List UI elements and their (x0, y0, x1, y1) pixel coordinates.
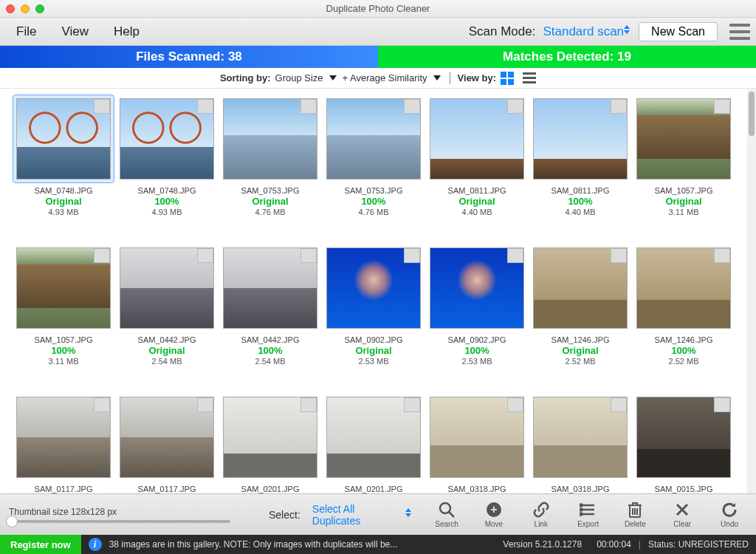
elapsed-time: 00:00:04 (597, 539, 631, 550)
thumbnail-checkbox[interactable] (94, 248, 110, 263)
thumbnail-image[interactable] (223, 98, 317, 179)
thumbnail-checkbox[interactable] (714, 99, 730, 114)
thumbnail-card[interactable]: SAM_0748.JPGOriginal4.93 MB (13, 95, 114, 241)
undo-button[interactable]: Undo (712, 501, 747, 528)
thumbnail-checkbox[interactable] (714, 248, 730, 263)
thumbnail-card[interactable]: SAM_1057.JPGOriginal3.11 MB (633, 95, 735, 241)
thumbnail-image[interactable] (16, 247, 111, 329)
thumbnail-image[interactable] (223, 247, 317, 329)
thumbnail-card[interactable]: SAM_0753.JPG100%4.76 MB (323, 95, 425, 241)
thumbnail-checkbox[interactable] (300, 99, 317, 114)
thumbnail-card[interactable]: SAM_0902.JPG100%2.53 MB (426, 244, 528, 390)
thumbnail-checkbox[interactable] (197, 248, 213, 263)
hamburger-icon[interactable] (729, 24, 750, 40)
scrollbar[interactable] (747, 89, 756, 493)
thumbnail-checkbox[interactable] (300, 397, 317, 412)
register-now-button[interactable]: Register now (0, 535, 81, 554)
thumbnail-card[interactable]: SAM_0117.JPG (116, 393, 218, 493)
thumbnail-size-slider[interactable] (9, 520, 230, 523)
thumbnail-card[interactable]: SAM_0753.JPGOriginal4.76 MB (219, 95, 321, 241)
thumbnail-card[interactable]: SAM_0117.JPG (13, 393, 114, 493)
matches-detected-label: Matches Detected: 19 (378, 46, 756, 68)
thumbnail-status: 100% (361, 196, 385, 207)
sort-avg-similarity[interactable]: + Average Similarity (343, 72, 427, 83)
thumbnail-image[interactable] (120, 98, 214, 179)
thumbnail-filename: SAM_0201.JPG (241, 485, 300, 493)
thumbnail-checkbox[interactable] (611, 248, 627, 263)
thumbnail-image[interactable] (326, 98, 421, 179)
thumbnail-card[interactable]: SAM_1057.JPG100%3.11 MB (13, 244, 114, 390)
thumbnail-checkbox[interactable] (197, 99, 213, 114)
thumbnail-checkbox[interactable] (507, 397, 523, 412)
thumbnail-image[interactable] (16, 98, 111, 179)
sort-group-size[interactable]: Group Size (275, 72, 323, 83)
thumbnail-checkbox[interactable] (404, 248, 420, 263)
thumbnail-card[interactable]: SAM_0318.JPG (529, 393, 631, 493)
thumbnail-filename: SAM_0117.JPG (138, 485, 196, 493)
thumbnail-image[interactable] (430, 397, 524, 478)
thumbnail-card[interactable]: SAM_0811.JPGOriginal4.40 MB (426, 95, 528, 241)
thumbnail-card[interactable]: SAM_0015.JPG (633, 393, 735, 493)
menu-file[interactable]: File (6, 21, 47, 42)
thumbnail-image[interactable] (533, 397, 628, 478)
menu-help[interactable]: Help (103, 21, 150, 42)
thumbnail-card[interactable]: SAM_0201.JPG (219, 393, 321, 493)
select-duplicates-dropdown[interactable]: Select All Duplicates (312, 503, 408, 527)
thumbnail-card[interactable]: SAM_0902.JPGOriginal2.53 MB (323, 244, 425, 390)
thumbnail-checkbox[interactable] (507, 99, 523, 114)
thumbnail-image[interactable] (120, 397, 214, 478)
svg-point-7 (580, 505, 582, 507)
thumbnail-image[interactable] (636, 98, 731, 179)
thumbnail-card[interactable]: SAM_1246.JPG100%2.52 MB (633, 244, 735, 390)
sort-avg-dropdown-icon[interactable] (433, 75, 441, 81)
thumbnail-image[interactable] (430, 247, 524, 329)
view-grid-icon[interactable] (501, 72, 514, 85)
thumbnail-checkbox[interactable] (94, 397, 110, 412)
thumbnail-card[interactable]: SAM_0811.JPG100%4.40 MB (529, 95, 631, 241)
thumbnail-card[interactable]: SAM_0201.JPG (323, 393, 425, 493)
link-button[interactable]: Link (523, 501, 559, 528)
export-button[interactable]: Export (571, 501, 606, 528)
thumbnail-image[interactable] (430, 98, 524, 179)
move-button[interactable]: + Move (476, 501, 512, 528)
thumbnail-card[interactable]: SAM_0442.JPGOriginal2.54 MB (116, 244, 218, 390)
thumbnail-card[interactable]: SAM_1246.JPGOriginal2.52 MB (529, 244, 631, 390)
sort-group-dropdown-icon[interactable] (329, 75, 337, 81)
thumbnail-image[interactable] (223, 397, 317, 478)
thumbnail-size: 4.93 MB (49, 208, 79, 216)
thumbnail-image[interactable] (120, 247, 214, 329)
thumbnail-size-label: Thumbnail size 128x128 px (9, 507, 245, 517)
scan-mode-selector[interactable]: Standard scan (543, 24, 627, 39)
menu-view[interactable]: View (51, 21, 99, 42)
clear-button[interactable]: Clear (664, 501, 700, 528)
delete-button[interactable]: Delete (618, 501, 653, 528)
thumbnail-checkbox[interactable] (94, 99, 110, 114)
thumbnail-image[interactable] (533, 247, 628, 329)
thumbnail-image[interactable] (326, 247, 421, 329)
search-button[interactable]: Search (429, 501, 464, 528)
thumbnail-image[interactable] (636, 397, 731, 478)
thumbnail-filename: SAM_0318.JPG (448, 485, 506, 493)
thumbnail-card[interactable]: SAM_0318.JPG (426, 393, 528, 493)
thumbnail-checkbox[interactable] (714, 397, 730, 412)
thumbnail-checkbox[interactable] (404, 397, 420, 412)
status-info-text: 38 images are in this gallery. NOTE: Onl… (109, 539, 398, 550)
thumbnail-checkbox[interactable] (611, 397, 627, 412)
thumbnail-card[interactable]: SAM_0442.JPG100%2.54 MB (219, 244, 321, 390)
thumbnail-card[interactable]: SAM_0748.JPG100%4.93 MB (116, 95, 218, 241)
thumbnail-image[interactable] (326, 397, 421, 478)
thumbnail-image[interactable] (533, 98, 628, 179)
thumbnail-checkbox[interactable] (300, 248, 317, 263)
thumbnail-checkbox[interactable] (197, 397, 213, 412)
thumbnail-filename: SAM_0117.JPG (35, 485, 93, 493)
info-icon[interactable]: i (89, 538, 102, 551)
thumbnail-image[interactable] (636, 247, 731, 329)
thumbnail-checkbox[interactable] (611, 99, 627, 114)
view-by-label: View by: (458, 72, 497, 83)
thumbnail-checkbox[interactable] (507, 248, 523, 263)
view-list-icon[interactable] (523, 72, 536, 85)
new-scan-button[interactable]: New Scan (639, 22, 718, 41)
select-label: Select: (269, 509, 300, 521)
thumbnail-image[interactable] (16, 397, 111, 478)
thumbnail-checkbox[interactable] (404, 99, 420, 114)
